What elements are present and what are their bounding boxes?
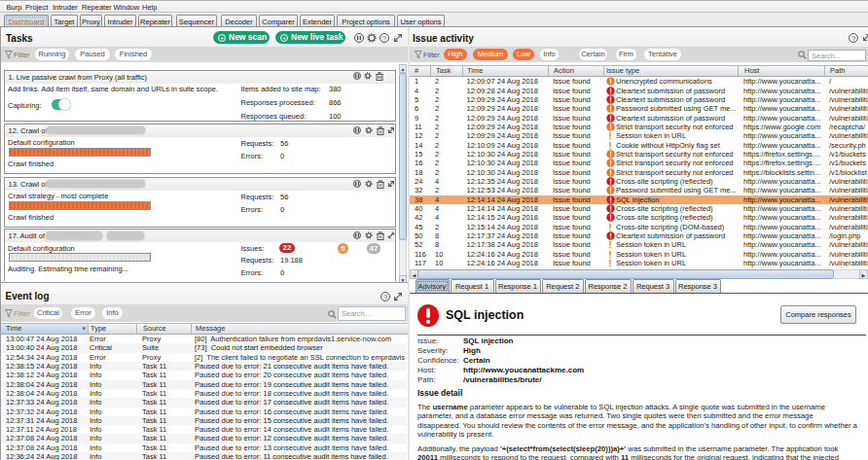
svg-text:?: ?: [851, 33, 855, 42]
svg-text:?: ?: [383, 292, 387, 301]
svg-text:?: ?: [382, 33, 386, 42]
